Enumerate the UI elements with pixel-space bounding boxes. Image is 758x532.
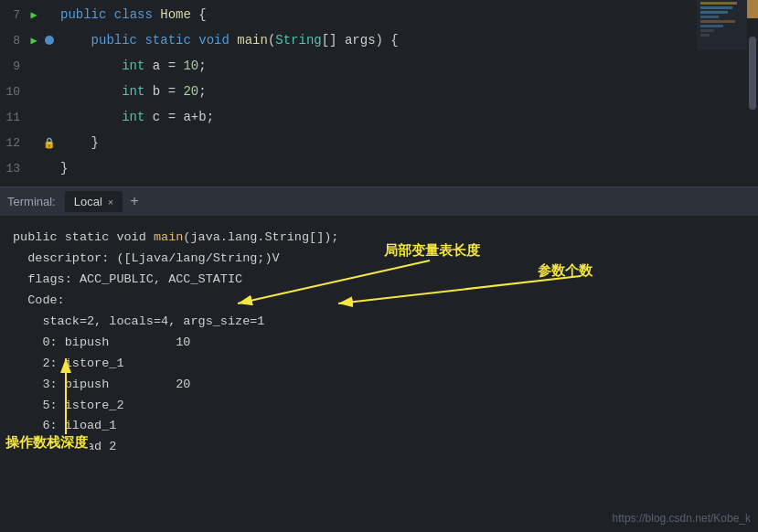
line-arrow-7: ▶ [26, 8, 42, 22]
new-tab-button[interactable]: + [130, 194, 139, 210]
scrollbar-thumb[interactable] [749, 37, 756, 110]
line-num-12: 12 [0, 136, 26, 150]
term-line-7: 3: bipush 20 [13, 375, 745, 396]
code-line-8: 8 ▶ public static void main(String[] arg… [0, 27, 758, 53]
code-lines: 7 ▶ public class Home { 8 ▶ public stati… [0, 0, 758, 183]
terminal-label: Terminal: [7, 195, 65, 208]
line-content-7: public class Home { [57, 7, 758, 22]
line-content-13: } [57, 161, 758, 176]
term-line-10: 7: iload 2 [13, 437, 745, 458]
code-line-9: 9 int a = 10; [0, 53, 758, 79]
line-content-9: int a = 10; [57, 59, 758, 73]
line-num-13: 13 [0, 162, 26, 176]
tab-close-button[interactable]: × [108, 197, 113, 207]
line-content-12: } [57, 135, 758, 150]
line-num-7: 7 [0, 8, 26, 22]
minimap [697, 0, 747, 50]
editor-scrollbar[interactable] [747, 0, 758, 187]
line-content-11: int c = a+b; [57, 110, 758, 124]
code-editor: 7 ▶ public class Home { 8 ▶ public stati… [0, 0, 758, 187]
code-line-7: 7 ▶ public class Home { [0, 2, 758, 27]
code-line-12: 12 🔒 } [0, 130, 758, 155]
lock-icon-12: 🔒 [43, 137, 56, 149]
code-line-10: 10 int b = 20; [0, 79, 758, 104]
line-num-10: 10 [0, 85, 26, 99]
run-arrow-7: ▶ [30, 8, 37, 22]
watermark: https://blog.csdn.net/Kobe_k [613, 512, 751, 525]
term-line-5: 0: bipush 10 [13, 333, 745, 354]
tab-local[interactable]: Local × [65, 191, 123, 212]
run-arrow-8: ▶ [30, 34, 37, 48]
term-line-4: stack=2, locals=4, args_size=1 [13, 312, 745, 333]
line-num-9: 9 [0, 59, 26, 73]
line-arrow-8: ▶ [26, 34, 42, 48]
line-content-8: public static void main(String[] args) { [57, 33, 758, 48]
terminal-tabbar: Terminal: Local × + [0, 187, 758, 217]
line-icon-12: 🔒 [42, 137, 57, 149]
term-line-0: public static void main(java.lang.String… [13, 228, 745, 249]
term-line-2: flags: ACC_PUBLIC, ACC_STATIC [13, 270, 745, 291]
line-content-10: int b = 20; [57, 84, 758, 99]
code-line-13: 13 } [0, 155, 758, 181]
line-num-8: 8 [0, 34, 26, 48]
code-line-11: 11 int c = a+b; [0, 104, 758, 130]
line-num-11: 11 [0, 111, 26, 124]
line-icon-8 [42, 36, 57, 45]
scrollbar-warning [747, 0, 758, 18]
breakpoint-dot-8[interactable] [45, 36, 54, 45]
term-line-3: Code: [13, 291, 745, 312]
term-line-6: 2: istore_1 [13, 354, 745, 375]
term-line-8: 5: istore_2 [13, 396, 745, 417]
term-line-9: 6: iload_1 [13, 416, 745, 437]
terminal-content: public static void main(java.lang.String… [0, 217, 758, 532]
tab-local-label: Local [74, 195, 102, 208]
term-line-1: descriptor: ([Ljava/lang/String;)V [13, 249, 745, 270]
